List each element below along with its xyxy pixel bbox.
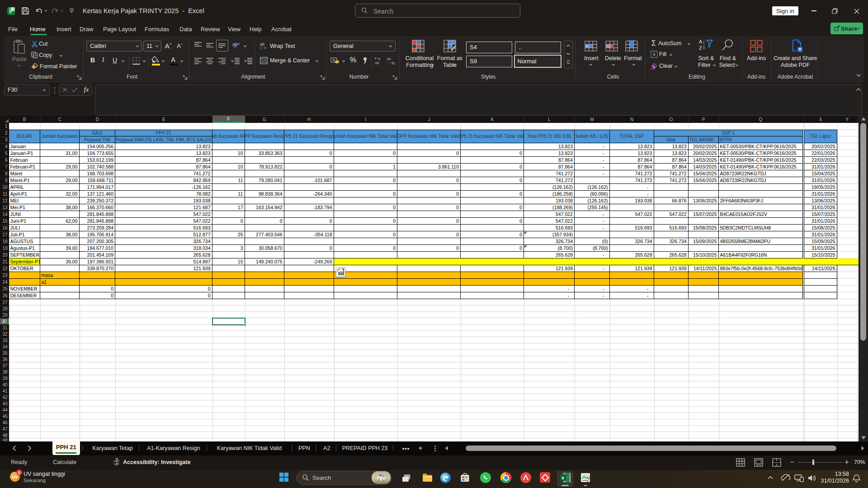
svg-text:x: x: [9, 9, 12, 14]
svg-text:x: x: [561, 475, 565, 480]
svg-text:ab: ab: [232, 42, 238, 47]
svg-text:A: A: [699, 39, 703, 44]
svg-text:c: c: [260, 46, 262, 50]
svg-text:.00: .00: [386, 57, 391, 61]
svg-text:.00: .00: [374, 61, 379, 65]
svg-text:0: 0: [393, 61, 395, 65]
svg-text:Z: Z: [699, 45, 702, 51]
